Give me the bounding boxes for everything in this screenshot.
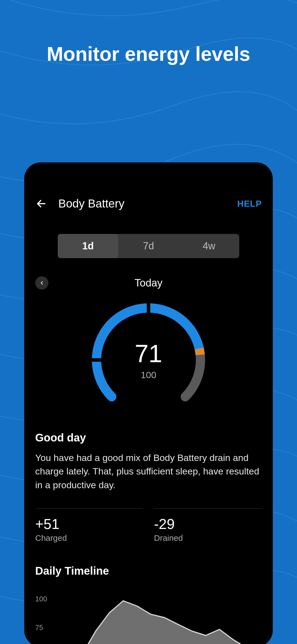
stat-drained: -29 Drained bbox=[154, 508, 262, 543]
tab-7d[interactable]: 7d bbox=[118, 234, 179, 258]
stat-charged: +51 Charged bbox=[35, 508, 143, 543]
gauge-denominator: 100 bbox=[141, 370, 156, 380]
body-battery-gauge: 71 100 bbox=[91, 302, 206, 418]
tab-1d[interactable]: 1d bbox=[58, 234, 118, 258]
gauge-center: 71 100 bbox=[91, 302, 206, 418]
charged-label: Charged bbox=[35, 533, 143, 543]
y-tick-100: 100 bbox=[35, 595, 47, 603]
tab-4w[interactable]: 4w bbox=[179, 234, 239, 258]
chevron-left-icon bbox=[39, 280, 45, 286]
gauge-value: 71 bbox=[135, 340, 162, 368]
help-link[interactable]: HELP bbox=[237, 199, 262, 209]
date-label: Today bbox=[134, 277, 162, 289]
timeline-chart: 100 75 bbox=[35, 594, 262, 644]
app-bar: Body Battery HELP bbox=[35, 190, 262, 217]
y-tick-75: 75 bbox=[35, 623, 43, 632]
time-range-segmented: 1d 7d 4w bbox=[58, 234, 239, 258]
date-row: Today bbox=[35, 275, 262, 291]
gauge-container: 71 100 bbox=[35, 302, 262, 418]
marketing-headline: Monitor energy levels bbox=[0, 43, 297, 65]
charged-value: +51 bbox=[35, 516, 143, 532]
phone-frame: Body Battery HELP 1d 7d 4w Today bbox=[24, 162, 273, 644]
previous-day-button[interactable] bbox=[35, 276, 48, 290]
arrow-left-icon bbox=[36, 198, 47, 209]
stats-row: +51 Charged -29 Drained bbox=[35, 508, 262, 543]
drained-label: Drained bbox=[154, 533, 262, 543]
page-title: Body Battery bbox=[58, 197, 237, 210]
summary-text: You have had a good mix of Body Battery … bbox=[35, 451, 262, 492]
summary-section: Good day You have had a good mix of Body… bbox=[35, 432, 262, 492]
timeline-title: Daily Timeline bbox=[35, 565, 262, 577]
back-button[interactable] bbox=[35, 198, 47, 210]
drained-value: -29 bbox=[154, 516, 262, 532]
summary-title: Good day bbox=[35, 432, 262, 444]
